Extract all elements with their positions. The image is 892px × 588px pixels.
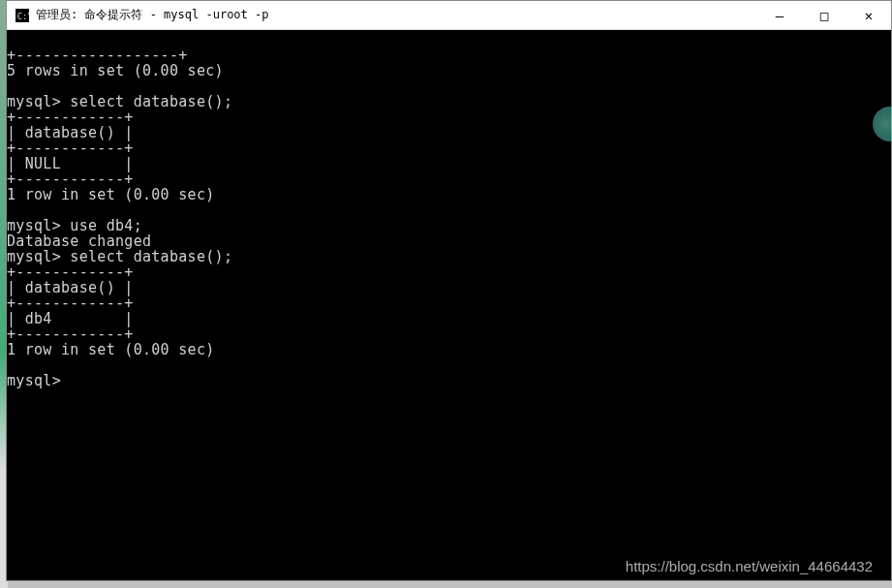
svg-text:C:\: C:\ xyxy=(17,11,29,20)
terminal-line: 5 rows in set (0.00 sec) xyxy=(7,62,224,79)
command-prompt-window: C:\ 管理员: 命令提示符 - mysql -uroot -p — □ ✕ +… xyxy=(6,0,892,581)
terminal-line: 1 row in set (0.00 sec) xyxy=(7,341,215,358)
terminal-line: 1 row in set (0.00 sec) xyxy=(7,186,215,203)
window-title: 管理员: 命令提示符 - mysql -uroot -p xyxy=(36,7,269,23)
terminal-output[interactable]: +------------------+ 5 rows in set (0.00… xyxy=(7,30,891,580)
minimize-button[interactable]: — xyxy=(757,1,802,29)
cmd-icon: C:\ xyxy=(15,8,30,23)
watermark-text: https://blog.csdn.net/weixin_44664432 xyxy=(626,558,873,574)
window-controls: — □ ✕ xyxy=(757,1,891,29)
terminal-line: mysql> xyxy=(7,372,61,389)
maximize-button[interactable]: □ xyxy=(802,1,846,29)
close-button[interactable]: ✕ xyxy=(846,1,891,29)
titlebar[interactable]: C:\ 管理员: 命令提示符 - mysql -uroot -p — □ ✕ xyxy=(7,1,891,30)
